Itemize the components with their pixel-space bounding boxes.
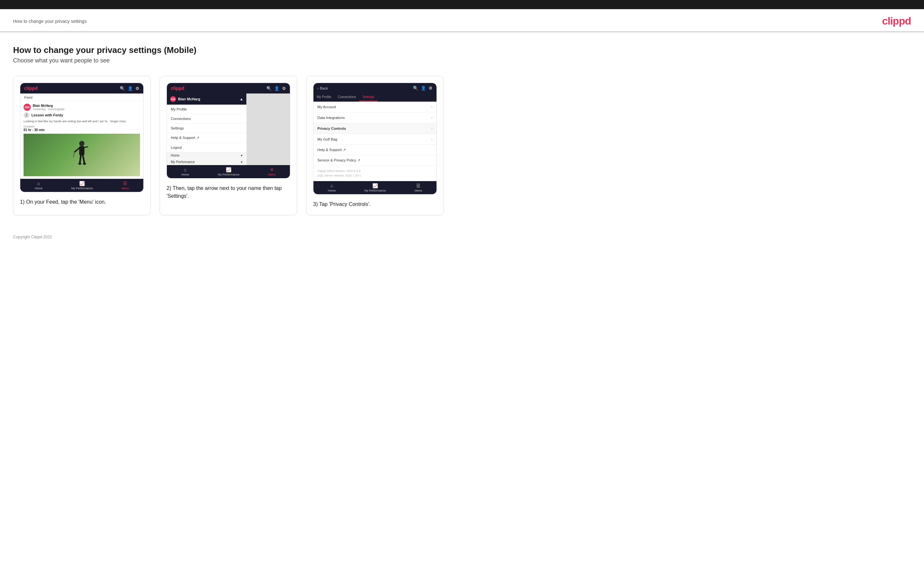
settings-icon-2[interactable]: ⚙	[282, 86, 286, 91]
performance-icon-3: 📈	[372, 183, 378, 188]
menu-collapse-icon[interactable]: ▲	[240, 97, 244, 101]
phone-mockup-1: clippd 🔍 👤 ⚙ Feed BM Blair McHarg	[20, 83, 144, 192]
menu-section-home[interactable]: Home ▾	[167, 152, 246, 158]
phone1-nav-icons: 🔍 👤 ⚙	[120, 86, 139, 91]
phone1-navbar: clippd 🔍 👤 ⚙	[20, 83, 143, 93]
user-icon[interactable]: 👤	[128, 86, 133, 91]
settings-help-label: Help & Support ↗	[317, 148, 346, 152]
footer: Copyright Clippd 2022	[0, 228, 924, 246]
bottom-nav-home-3[interactable]: ⌂ Home	[328, 183, 336, 192]
menu-label-3: Menu	[415, 189, 422, 192]
search-icon-2[interactable]: 🔍	[267, 86, 271, 91]
menu-section-performance-arrow: ▾	[241, 160, 242, 164]
copyright: Copyright Clippd 2022	[13, 235, 52, 239]
bottom-nav-close[interactable]: ✕ Menu	[268, 167, 276, 176]
tab-connections[interactable]: Connections	[334, 93, 359, 102]
feed-label: Feed	[20, 93, 143, 101]
menu-item-logout[interactable]: Logout	[167, 143, 246, 152]
user-icon-3[interactable]: 👤	[421, 85, 426, 90]
top-bar	[0, 0, 924, 9]
logo: clippd	[882, 15, 911, 27]
golf-image	[24, 134, 140, 176]
bottom-nav-menu[interactable]: ☰ Menu	[122, 181, 129, 190]
menu-user-row[interactable]: BM Blair McHarg ▲	[167, 93, 246, 105]
settings-item-account[interactable]: My Account ›	[313, 102, 436, 113]
phone2-bottom-nav: ⌂ Home 📈 My Performance ✕ Menu	[167, 165, 290, 178]
settings-item-privacy[interactable]: Privacy Controls ›	[313, 123, 436, 134]
search-icon-3[interactable]: 🔍	[413, 85, 418, 90]
svg-rect-1	[79, 146, 84, 155]
user-icon-2[interactable]: 👤	[274, 86, 279, 91]
phone2-body: BM Blair McHarg ▲ My Profile Connections…	[167, 93, 290, 165]
card2-caption: 2) Then, tap the arrow next to your name…	[166, 184, 290, 200]
performance-icon-2: 📈	[226, 167, 231, 172]
phone3-navbar: ‹ Back 🔍 👤 ⚙	[313, 83, 436, 93]
settings-golfbag-label: My Golf Bag	[317, 137, 338, 141]
menu-icon-3: ☰	[416, 183, 420, 188]
home-label: Home	[35, 187, 42, 190]
menu-item-help[interactable]: Help & Support ↗	[167, 133, 246, 143]
card-2: clippd 🔍 👤 ⚙ BM Blair McHarg	[160, 76, 297, 215]
settings-item-integrations[interactable]: Data Integrations ›	[313, 113, 436, 123]
home-label-3: Home	[328, 189, 336, 192]
svg-line-2	[74, 148, 79, 152]
phone2-bg	[247, 93, 290, 165]
bottom-nav-home[interactable]: ⌂ Home	[35, 181, 42, 190]
phone1-logo: clippd	[24, 85, 38, 91]
svg-line-6	[83, 155, 84, 163]
phone2-logo: clippd	[171, 85, 184, 91]
settings-list: My Account › Data Integrations › Privacy…	[313, 102, 436, 166]
settings-integrations-chevron: ›	[431, 115, 433, 120]
tab-settings[interactable]: Settings	[359, 93, 378, 102]
menu-username: Blair McHarg	[178, 97, 200, 101]
settings-icon-3[interactable]: ⚙	[429, 85, 433, 90]
tab-my-profile[interactable]: My Profile	[313, 93, 334, 102]
duration-value: 01 hr : 30 min	[24, 128, 140, 132]
feed-post: BM Blair McHarg Yesterday · Sunningdale …	[20, 101, 143, 179]
settings-account-label: My Account	[317, 105, 336, 109]
version-line2: GQL Server Version: 2022.7.30-1	[317, 174, 433, 178]
phone3-bottom-nav: ⌂ Home 📈 My Performance ☰ Menu	[313, 181, 436, 194]
version-line1: Clippd Client Version: 2022.8.3-3	[317, 169, 433, 174]
menu-section-performance[interactable]: My Performance ▾	[167, 159, 246, 165]
settings-item-service[interactable]: Service & Privacy Policy ↗	[313, 155, 436, 166]
golfer-svg	[72, 140, 92, 170]
svg-point-0	[79, 141, 84, 146]
settings-item-help[interactable]: Help & Support ↗	[313, 145, 436, 155]
menu-item-connections[interactable]: Connections	[167, 114, 246, 124]
bottom-nav-performance[interactable]: 📈 My Performance	[71, 181, 93, 190]
card-1: clippd 🔍 👤 ⚙ Feed BM Blair McHarg	[13, 76, 150, 215]
svg-line-4	[73, 152, 74, 157]
lesson-row: 🏌 Lesson with Fordy	[24, 112, 140, 118]
menu-item-profile[interactable]: My Profile	[167, 105, 246, 114]
menu-section-performance-label: My Performance	[171, 160, 195, 164]
post-name: Blair McHarg	[33, 104, 65, 108]
menu-section-home-label: Home	[171, 154, 179, 157]
menu-avatar: BM	[170, 96, 176, 102]
lesson-icon: 🏌	[24, 112, 29, 118]
svg-line-5	[80, 155, 81, 163]
menu-item-settings[interactable]: Settings	[167, 124, 246, 133]
bottom-nav-performance-3[interactable]: 📈 My Performance	[365, 183, 386, 192]
bottom-nav-menu-3[interactable]: ☰ Menu	[415, 183, 422, 192]
duration-label: Duration	[24, 125, 140, 128]
search-icon[interactable]: 🔍	[120, 86, 125, 91]
performance-label-2: My Performance	[218, 173, 239, 176]
menu-user-left: BM Blair McHarg	[170, 96, 200, 102]
settings-icon[interactable]: ⚙	[136, 86, 139, 91]
phone2-nav-icons: 🔍 👤 ⚙	[267, 86, 286, 91]
phone3-back[interactable]: ‹ Back	[317, 86, 328, 90]
main-content: How to change your privacy settings (Mob…	[0, 32, 924, 222]
card3-caption: 3) Tap 'Privacy Controls'.	[313, 200, 437, 208]
settings-account-chevron: ›	[431, 105, 433, 109]
bottom-nav-performance-2[interactable]: 📈 My Performance	[218, 167, 239, 176]
phone3-version: Clippd Client Version: 2022.8.3-3 GQL Se…	[313, 166, 436, 181]
home-label-2: Home	[181, 173, 189, 176]
svg-line-3	[84, 147, 88, 147]
phone1-bottom-nav: ⌂ Home 📈 My Performance ☰ Menu	[20, 179, 143, 192]
bottom-nav-home-2[interactable]: ⌂ Home	[181, 167, 189, 176]
settings-item-golfbag[interactable]: My Golf Bag ›	[313, 134, 436, 145]
cards-row: clippd 🔍 👤 ⚙ Feed BM Blair McHarg	[13, 76, 911, 215]
performance-icon: 📈	[79, 181, 85, 186]
back-arrow-icon: ‹	[317, 86, 319, 90]
